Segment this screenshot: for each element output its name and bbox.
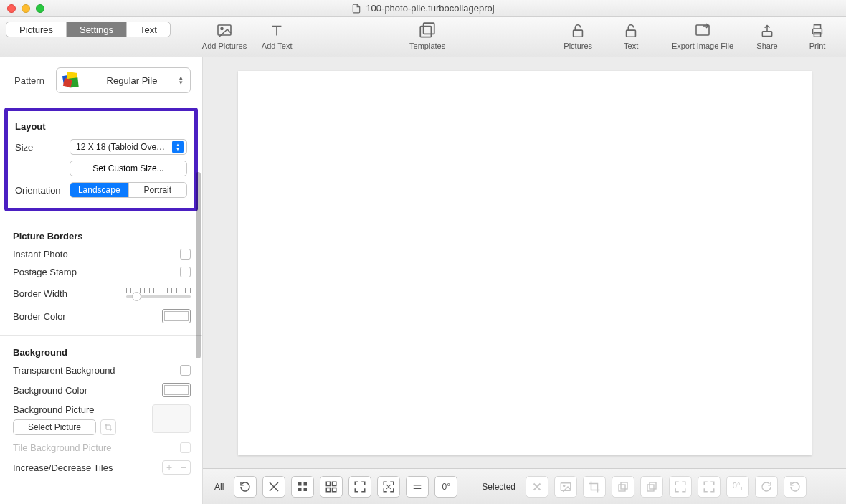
chevron-updown-icon: ▴▾ bbox=[176, 75, 186, 85]
close-window-button[interactable] bbox=[7, 4, 16, 13]
orientation-landscape[interactable]: Landscape bbox=[70, 183, 129, 197]
svg-rect-7 bbox=[762, 32, 771, 37]
grid-button[interactable] bbox=[291, 476, 314, 498]
text-icon bbox=[267, 22, 287, 40]
tiles-label: Increase/Decrease Tiles bbox=[13, 462, 113, 473]
add-pictures-button[interactable]: Add Pictures bbox=[202, 22, 247, 50]
randomize-button[interactable] bbox=[262, 476, 285, 498]
tile-bg-label: Tile Background Picture bbox=[13, 442, 112, 453]
minimize-window-button[interactable] bbox=[22, 4, 30, 13]
fit-out-button[interactable] bbox=[348, 476, 371, 498]
svg-rect-25 bbox=[619, 485, 625, 491]
scrollbar-thumb[interactable] bbox=[196, 172, 201, 358]
orientation-portrait[interactable]: Portrait bbox=[129, 183, 187, 197]
share-button[interactable]: Share bbox=[746, 22, 789, 50]
main-area: Pattern Regular Pile ▴▾ Layout Size 12 X… bbox=[0, 57, 846, 504]
add-pictures-label: Add Pictures bbox=[202, 42, 247, 50]
svg-rect-19 bbox=[327, 482, 331, 485]
crop-bg-button[interactable] bbox=[100, 419, 116, 435]
orientation-segment: Landscape Portrait bbox=[70, 182, 187, 198]
crop-selected-button bbox=[583, 476, 606, 498]
reset-rotation-selected-button: 0°1 bbox=[726, 476, 749, 498]
fit-in-button[interactable] bbox=[377, 476, 400, 498]
bg-color-well[interactable] bbox=[162, 383, 191, 397]
reset-rotation-button[interactable]: 0° bbox=[434, 476, 457, 498]
tab-settings[interactable]: Settings bbox=[67, 22, 127, 37]
selected-label: Selected bbox=[482, 482, 515, 492]
postage-stamp-checkbox[interactable] bbox=[180, 267, 191, 277]
unlock-icon bbox=[568, 22, 588, 40]
fit-in-selected-button bbox=[698, 476, 721, 498]
svg-rect-2 bbox=[420, 27, 431, 37]
size-value: 12 X 18 (Tabloid Ove… bbox=[76, 142, 165, 152]
lock-pictures-button[interactable]: Pictures bbox=[556, 22, 599, 50]
picture-borders-title: Picture Borders bbox=[13, 231, 191, 242]
collage-canvas[interactable] bbox=[238, 71, 812, 455]
tiles-increase-button[interactable]: + bbox=[162, 460, 176, 475]
window-titlebar: 100-photo-pile.turbocollageproj bbox=[0, 0, 846, 17]
add-text-button[interactable]: Add Text bbox=[255, 22, 298, 50]
bring-front-button bbox=[612, 476, 634, 498]
svg-rect-16 bbox=[304, 482, 308, 486]
pile-pattern-icon bbox=[61, 70, 81, 90]
instant-photo-checkbox[interactable] bbox=[180, 249, 191, 260]
instant-photo-label: Instant Photo bbox=[13, 249, 68, 260]
export-button[interactable]: Export Image File bbox=[667, 22, 738, 50]
shuffle-button[interactable] bbox=[234, 476, 257, 498]
svg-rect-14 bbox=[63, 78, 72, 87]
zoom-window-button[interactable] bbox=[36, 4, 44, 13]
svg-rect-20 bbox=[333, 482, 336, 485]
templates-button[interactable]: Templates bbox=[406, 22, 449, 50]
svg-point-24 bbox=[564, 485, 565, 486]
canvas-area: All 0° Selected 0°1 bbox=[203, 57, 846, 504]
lock-pictures-label: Pictures bbox=[564, 42, 592, 50]
tab-pictures[interactable]: Pictures bbox=[6, 22, 67, 37]
window-title: 100-photo-pile.turbocollageproj bbox=[0, 3, 846, 14]
svg-rect-0 bbox=[218, 25, 231, 35]
layout-section: Layout Size 12 X 18 (Tabloid Ove… ▲▼ Set… bbox=[4, 108, 198, 211]
svg-rect-15 bbox=[298, 482, 302, 486]
rotate-left-button bbox=[784, 476, 807, 498]
tab-text[interactable]: Text bbox=[127, 22, 170, 37]
transparent-bg-label: Transparent Background bbox=[13, 365, 115, 376]
unlock-icon bbox=[621, 22, 641, 40]
border-color-well[interactable] bbox=[162, 309, 191, 323]
bg-picture-label: Background Picture bbox=[13, 404, 152, 415]
select-arrows-icon: ▲▼ bbox=[172, 141, 184, 153]
share-icon bbox=[757, 22, 777, 40]
print-button[interactable]: Print bbox=[796, 22, 839, 50]
tiles-decrease-button[interactable]: − bbox=[176, 460, 191, 475]
size-select[interactable]: 12 X 18 (Tabloid Ove… ▲▼ bbox=[70, 139, 187, 155]
tile-bg-checkbox bbox=[180, 442, 191, 453]
pattern-label: Pattern bbox=[14, 75, 44, 86]
svg-rect-17 bbox=[298, 488, 302, 491]
sidebar-tab-segment: Pictures Settings Text bbox=[6, 22, 171, 37]
background-title: Background bbox=[13, 347, 191, 358]
slider-thumb[interactable] bbox=[132, 292, 141, 301]
print-icon bbox=[807, 22, 827, 40]
lock-text-button[interactable]: Text bbox=[609, 22, 652, 50]
background-section: Background Transparent Background Backgr… bbox=[0, 335, 202, 486]
transparent-bg-checkbox[interactable] bbox=[180, 365, 191, 376]
main-toolbar: Pictures Settings Text Add Pictures Add … bbox=[0, 17, 846, 57]
custom-size-button[interactable]: Set Custom Size... bbox=[70, 161, 187, 176]
templates-icon bbox=[417, 22, 437, 40]
add-text-label: Add Text bbox=[262, 42, 293, 50]
pattern-dropdown[interactable]: Regular Pile ▴▾ bbox=[56, 67, 191, 93]
export-icon bbox=[693, 22, 713, 40]
bg-picture-preview[interactable] bbox=[152, 404, 191, 433]
fit-out-selected-button bbox=[669, 476, 692, 498]
image-icon bbox=[214, 22, 234, 40]
svg-rect-10 bbox=[814, 33, 820, 37]
window-controls bbox=[7, 4, 44, 13]
svg-rect-4 bbox=[574, 30, 583, 37]
equalize-button[interactable] bbox=[406, 476, 429, 498]
select-picture-button[interactable]: Select Picture bbox=[13, 419, 96, 435]
size-label: Size bbox=[15, 142, 70, 153]
bottom-toolbar: All 0° Selected 0°1 bbox=[203, 468, 846, 504]
spacing-button[interactable] bbox=[320, 476, 343, 498]
export-label: Export Image File bbox=[672, 42, 733, 50]
settings-sidebar: Pattern Regular Pile ▴▾ Layout Size 12 X… bbox=[0, 57, 203, 504]
border-width-slider[interactable] bbox=[126, 285, 191, 302]
delete-selected-button bbox=[526, 476, 548, 498]
